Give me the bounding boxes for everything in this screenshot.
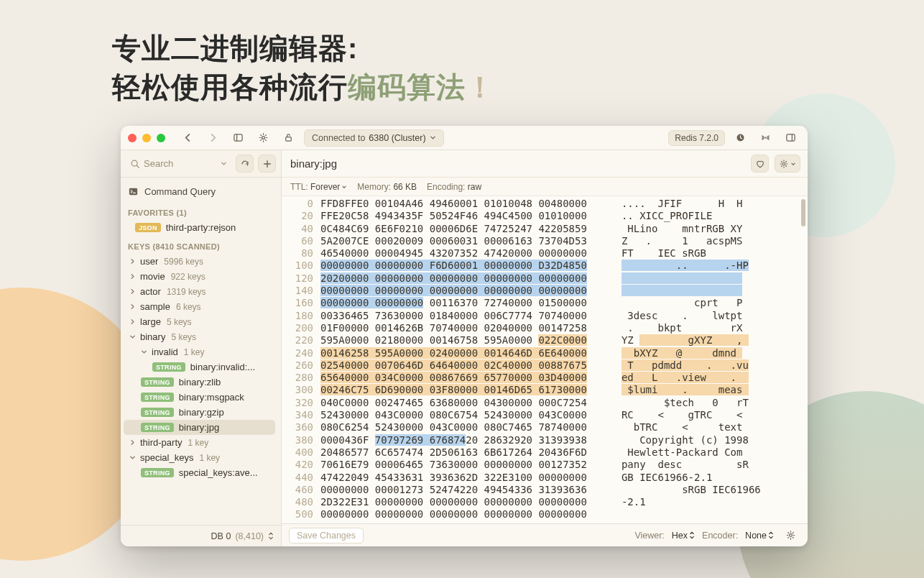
group-name: actor xyxy=(140,286,161,297)
favorite-item[interactable]: JSON third-party:rejson xyxy=(124,220,275,235)
key-group[interactable]: sample 6 keys xyxy=(124,299,275,314)
group-name: movie xyxy=(140,271,165,282)
key-item[interactable]: STRING binary:invalid:... xyxy=(124,359,275,375)
ttl-select[interactable]: Forever xyxy=(310,182,347,192)
key-group[interactable]: actor 1319 keys xyxy=(124,284,275,299)
key-count: 1 key xyxy=(184,347,205,357)
key-item[interactable]: STRING binary:jpg xyxy=(124,420,275,435)
search-icon xyxy=(130,159,140,169)
key-group[interactable]: invalid 1 key xyxy=(124,344,275,359)
chevron-down-icon xyxy=(790,161,796,167)
type-tag: STRING xyxy=(141,468,174,477)
lock-icon[interactable] xyxy=(279,130,298,145)
footer-bar: Save Changes Viewer: Hex Encoder: None xyxy=(282,523,808,546)
nav-back-button[interactable] xyxy=(178,130,198,145)
connection-label: Connected to xyxy=(312,133,365,143)
key-settings-button[interactable] xyxy=(775,155,800,173)
headline-line1: 专业二进制编辑器: xyxy=(112,29,495,68)
db-selector[interactable]: DB 0 (8,410) xyxy=(121,525,281,546)
favorites-header: FAVORITES (1) xyxy=(121,201,278,220)
key-group[interactable]: user 5996 keys xyxy=(124,254,275,269)
chevron-down-icon xyxy=(430,134,436,141)
command-query-label: Command Query xyxy=(144,186,216,197)
key-item[interactable]: STRING special_keys:ave... xyxy=(124,465,275,480)
scrollbar-thumb[interactable] xyxy=(801,199,805,226)
key-name: binary:invalid:... xyxy=(190,362,255,372)
sidebar-toggle-icon[interactable] xyxy=(228,130,248,145)
app-window: Connected to 6380 (Cluster) Redis 7.2.0 … xyxy=(121,126,808,546)
command-query[interactable]: Command Query xyxy=(121,182,278,201)
svg-point-5 xyxy=(764,137,766,138)
key-group[interactable]: large 5 keys xyxy=(124,314,275,329)
keys-header: KEYS (8410 SCANNED) xyxy=(121,235,278,254)
key-group[interactable]: third-party 1 key xyxy=(124,435,275,450)
refresh-button[interactable] xyxy=(236,155,254,173)
key-name: third-party:rejson xyxy=(166,222,236,233)
key-name: special_keys:ave... xyxy=(179,467,258,478)
panel-right-icon[interactable] xyxy=(781,130,800,145)
svg-line-9 xyxy=(137,165,139,168)
minimize-window[interactable] xyxy=(142,134,151,142)
hex-viewer[interactable]: 0FFD8FFE0 00104A46 49460001 01010048 004… xyxy=(282,196,808,523)
type-tag: STRING xyxy=(141,377,174,387)
key-item[interactable]: STRING binary:gzip xyxy=(124,405,275,420)
svg-rect-3 xyxy=(286,137,292,142)
type-tag: STRING xyxy=(141,408,174,417)
group-name: binary xyxy=(140,331,165,342)
key-group[interactable]: binary 5 keys xyxy=(124,329,275,344)
svg-rect-10 xyxy=(129,188,137,195)
group-name: sample xyxy=(140,301,170,312)
save-changes-button[interactable]: Save Changes xyxy=(289,528,364,543)
key-group[interactable]: special_keys 1 key xyxy=(124,450,275,465)
key-count: 6 keys xyxy=(176,302,201,312)
chevron-down-icon xyxy=(221,160,227,167)
viewer-gear-icon[interactable] xyxy=(781,528,800,543)
svg-point-2 xyxy=(262,137,265,139)
gear-icon[interactable] xyxy=(254,130,273,145)
key-name: binary:gzip xyxy=(179,407,224,418)
key-count: 1 key xyxy=(188,438,209,448)
key-count: 1319 keys xyxy=(167,287,206,297)
signal-icon[interactable] xyxy=(756,130,775,145)
key-name: binary:jpg xyxy=(179,422,219,433)
connection-selector[interactable]: Connected to 6380 (Cluster) xyxy=(304,129,444,147)
redis-version-badge: Redis 7.2.0 xyxy=(668,130,725,146)
main-panel: binary:jpg TTL: Forever Memory: 66 KB En… xyxy=(282,150,808,546)
key-group[interactable]: movie 922 keys xyxy=(124,269,275,284)
terminal-icon xyxy=(128,186,139,197)
viewer-select[interactable]: Hex xyxy=(672,531,695,541)
key-count: 5 keys xyxy=(171,332,196,342)
svg-point-11 xyxy=(782,162,785,165)
close-window[interactable] xyxy=(128,134,137,142)
headline-line2: 轻松使用各种流行编码算法！ xyxy=(112,68,495,106)
type-tag: STRING xyxy=(141,393,174,402)
stepper-icon xyxy=(268,532,274,540)
svg-rect-6 xyxy=(787,134,795,141)
group-name: invalid xyxy=(152,347,178,357)
titlebar: Connected to 6380 (Cluster) Redis 7.2.0 xyxy=(121,126,808,150)
add-button[interactable] xyxy=(258,155,276,173)
key-count: 1 key xyxy=(199,453,220,463)
key-count: 5996 keys xyxy=(164,257,203,267)
key-name: binary:zlib xyxy=(179,377,221,387)
group-name: third-party xyxy=(140,437,183,448)
search-input[interactable]: Search xyxy=(126,156,231,171)
group-name: user xyxy=(140,256,158,267)
key-item[interactable]: STRING binary:msgpack xyxy=(124,390,275,405)
window-controls xyxy=(128,134,165,142)
encoder-select[interactable]: None xyxy=(745,531,774,541)
nav-forward-button[interactable] xyxy=(203,130,223,145)
key-metadata: TTL: Forever Memory: 66 KB Encoding: raw xyxy=(282,178,808,196)
favorite-button[interactable] xyxy=(751,155,769,173)
clock-icon[interactable] xyxy=(731,130,750,145)
key-count: 5 keys xyxy=(167,317,192,327)
key-title: binary:jpg xyxy=(289,157,745,170)
svg-point-12 xyxy=(790,534,793,537)
key-item[interactable]: STRING binary:zlib xyxy=(124,375,275,390)
zoom-window[interactable] xyxy=(157,134,165,142)
type-tag: STRING xyxy=(152,362,185,372)
sidebar: Search Command Query FAVORITES (1) JSON … xyxy=(121,150,282,546)
search-placeholder: Search xyxy=(144,158,173,169)
group-name: large xyxy=(140,316,161,327)
page-headline: 专业二进制编辑器: 轻松使用各种流行编码算法！ xyxy=(112,29,495,106)
